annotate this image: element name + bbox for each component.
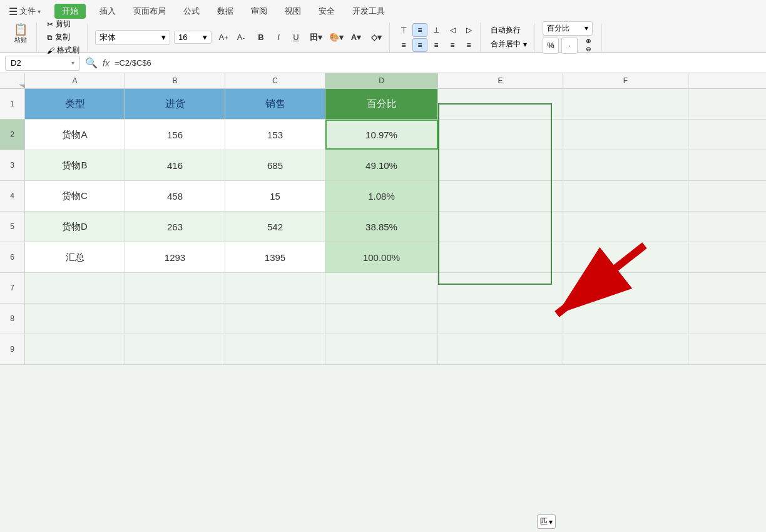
fill-color-button[interactable]: 🎨▾: [328, 29, 344, 46]
cell-e3[interactable]: [438, 150, 563, 180]
cell-e7[interactable]: [438, 273, 563, 303]
row-header-1[interactable]: 1: [0, 89, 25, 119]
cell-c2[interactable]: 153: [225, 120, 325, 150]
decimal-increase-button[interactable]: ⊕: [580, 38, 596, 45]
cell-b2[interactable]: 156: [125, 120, 225, 150]
cell-f5[interactable]: [563, 212, 688, 242]
cell-a9[interactable]: [25, 334, 125, 364]
row-header-6[interactable]: 6: [0, 242, 25, 272]
indent-decrease-button[interactable]: ◁: [445, 23, 460, 37]
formula-input[interactable]: [115, 56, 761, 71]
cell-d9[interactable]: [325, 334, 438, 364]
cell-a5[interactable]: 货物D: [25, 212, 125, 242]
row-header-4[interactable]: 4: [0, 181, 25, 211]
cell-c9[interactable]: [225, 334, 325, 364]
copy-button[interactable]: ⧉ 复制: [44, 31, 82, 43]
cell-a4[interactable]: 货物C: [25, 181, 125, 211]
row-header-5[interactable]: 5: [0, 212, 25, 242]
cell-f7[interactable]: [563, 273, 688, 303]
cell-d1[interactable]: 百分比: [325, 89, 438, 119]
font-size-selector[interactable]: 16 ▾: [174, 31, 212, 44]
row-header-9[interactable]: 9: [0, 334, 25, 364]
underline-button[interactable]: U: [288, 29, 304, 46]
cell-d8[interactable]: [325, 304, 438, 334]
cell-a3[interactable]: 货物B: [25, 150, 125, 180]
menu-insert[interactable]: 插入: [96, 4, 120, 18]
row-header-7[interactable]: 7: [0, 273, 25, 303]
number-format-selector[interactable]: 百分比 ▾: [543, 21, 593, 36]
menu-formula[interactable]: 公式: [180, 4, 203, 18]
cell-f4[interactable]: [563, 181, 688, 211]
comma-button[interactable]: ·: [561, 38, 578, 54]
cell-d7[interactable]: [325, 273, 438, 303]
cell-e6[interactable]: [438, 242, 563, 272]
cell-b9[interactable]: [125, 334, 225, 364]
menu-dev-tools[interactable]: 开发工具: [349, 4, 389, 18]
cell-b5[interactable]: 263: [125, 212, 225, 242]
cell-d5[interactable]: 38.85%: [325, 212, 438, 242]
row-header-3[interactable]: 3: [0, 150, 25, 180]
align-bottom-button[interactable]: ⊥: [429, 23, 444, 37]
decimal-decrease-button[interactable]: ⊖: [580, 46, 596, 53]
select-all-triangle[interactable]: [0, 73, 25, 88]
cell-f2[interactable]: [563, 120, 688, 150]
merge-center-button[interactable]: 合并居中 ▾: [488, 38, 529, 50]
align-left-button[interactable]: ≡: [396, 38, 411, 52]
cell-d2[interactable]: 10.97%: [325, 120, 438, 150]
cell-e4[interactable]: [438, 181, 563, 211]
col-header-f[interactable]: F: [563, 73, 688, 88]
menu-file[interactable]: ☰ 文件 ▾: [5, 4, 44, 19]
cell-d4[interactable]: 1.08%: [325, 181, 438, 211]
paste-options-button[interactable]: 匹 ▾: [537, 514, 556, 529]
cell-a1[interactable]: 类型: [25, 89, 125, 119]
cell-f9[interactable]: [563, 334, 688, 364]
cell-e5[interactable]: [438, 212, 563, 242]
col-header-d[interactable]: D: [325, 73, 438, 88]
font-color-button[interactable]: A▾: [348, 29, 364, 46]
percent-button[interactable]: %: [543, 38, 559, 54]
cell-f8[interactable]: [563, 304, 688, 334]
cell-b4[interactable]: 458: [125, 181, 225, 211]
italic-button[interactable]: I: [270, 29, 287, 46]
cell-f3[interactable]: [563, 150, 688, 180]
cell-b1[interactable]: 进货: [125, 89, 225, 119]
menu-start[interactable]: 开始: [54, 4, 86, 19]
cell-c4[interactable]: 15: [225, 181, 325, 211]
menu-review[interactable]: 审阅: [247, 4, 271, 18]
erase-button[interactable]: ◇▾: [368, 29, 384, 46]
cell-e1[interactable]: [438, 89, 563, 119]
col-header-a[interactable]: A: [25, 73, 125, 88]
cell-a7[interactable]: [25, 273, 125, 303]
align-top-button[interactable]: ⊤: [396, 23, 411, 37]
cell-e9[interactable]: [438, 334, 563, 364]
font-name-selector[interactable]: 宋体 ▾: [95, 30, 170, 45]
col-header-e[interactable]: E: [438, 73, 563, 88]
cell-d6[interactable]: 100.00%: [325, 242, 438, 272]
indent-increase-button[interactable]: ▷: [461, 23, 476, 37]
cell-c3[interactable]: 685: [225, 150, 325, 180]
cell-c5[interactable]: 542: [225, 212, 325, 242]
menu-security[interactable]: 安全: [315, 4, 339, 18]
wrap-text-button[interactable]: 自动换行: [488, 24, 529, 36]
menu-view[interactable]: 视图: [281, 4, 305, 18]
cell-b7[interactable]: [125, 273, 225, 303]
cell-e8[interactable]: [438, 304, 563, 334]
font-decrease-button[interactable]: A-: [233, 29, 249, 46]
cell-d3[interactable]: 49.10%: [325, 150, 438, 180]
col-header-b[interactable]: B: [125, 73, 225, 88]
align-center-button[interactable]: ≡: [412, 38, 427, 52]
cell-a2[interactable]: 货物A: [25, 120, 125, 150]
distribute-button[interactable]: ≡: [461, 38, 476, 52]
cell-f6[interactable]: [563, 242, 688, 272]
cell-b8[interactable]: [125, 304, 225, 334]
cut-button[interactable]: ✂ 剪切: [44, 18, 82, 30]
font-increase-button[interactable]: A+: [215, 29, 232, 46]
cell-a8[interactable]: [25, 304, 125, 334]
cell-b6[interactable]: 1293: [125, 242, 225, 272]
format-painter-button[interactable]: 🖌 格式刷: [44, 44, 82, 56]
row-header-8[interactable]: 8: [0, 304, 25, 334]
row-header-2[interactable]: 2: [0, 120, 25, 150]
cell-f1[interactable]: [563, 89, 688, 119]
cell-c7[interactable]: [225, 273, 325, 303]
cell-c8[interactable]: [225, 304, 325, 334]
